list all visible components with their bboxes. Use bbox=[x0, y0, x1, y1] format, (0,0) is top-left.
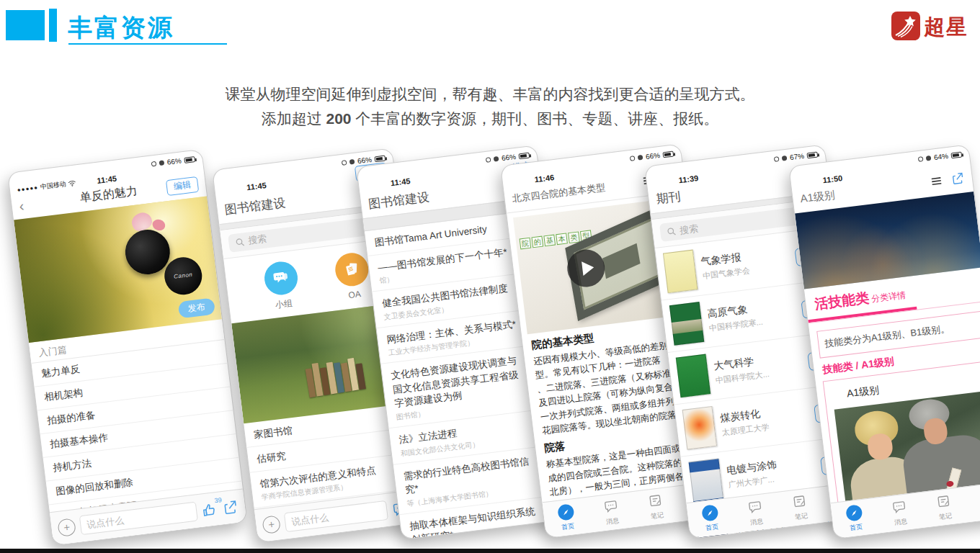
tab-notes[interactable]: 笔记 bbox=[776, 487, 825, 528]
alarm-icon bbox=[349, 159, 355, 165]
journal-cover bbox=[676, 354, 711, 398]
header-accent-bar bbox=[49, 9, 57, 42]
menu-icon[interactable] bbox=[929, 174, 945, 192]
screen-bottom-strip bbox=[0, 549, 980, 553]
group-chat-icon bbox=[262, 259, 299, 296]
shortcut-label: 小组 bbox=[275, 297, 293, 311]
alarm-icon bbox=[494, 156, 499, 162]
course-cover-photo: Canon 发布 bbox=[14, 196, 222, 343]
message-bubble-icon bbox=[602, 498, 619, 515]
chaoxing-logo-icon bbox=[891, 12, 920, 43]
alarm-icon bbox=[926, 156, 932, 161]
phone-slr-course: 66% ●●●●● 中国移动 11:45 ‹ 单反的魅力 编辑 Canon 发布… bbox=[7, 149, 248, 546]
alarm-icon bbox=[159, 160, 165, 166]
shortcut-group[interactable]: 小组 bbox=[262, 259, 301, 312]
chaoxing-logo-text: 超星 bbox=[924, 13, 968, 42]
lede-line-1: 课堂从物理空间延伸到虚拟空间，帮有趣、丰富的内容找到更合适的呈现方式。 bbox=[0, 82, 980, 107]
lede-text: 课堂从物理空间延伸到虚拟空间，帮有趣、丰富的内容找到更合适的呈现方式。 添加超过… bbox=[0, 82, 980, 131]
orientation-lock-icon bbox=[918, 156, 924, 162]
search-placeholder: 搜索 bbox=[247, 233, 267, 248]
home-compass-icon bbox=[701, 504, 719, 522]
alarm-icon bbox=[782, 156, 788, 161]
flower-petal-small bbox=[151, 217, 166, 232]
note-icon bbox=[935, 493, 952, 511]
presentation-slide: 丰富资源 超星 课堂从物理空间延伸到虚拟空间，帮有趣、丰富的内容找到更合适的呈现… bbox=[0, 0, 980, 553]
status-time: 11:46 bbox=[534, 173, 555, 184]
orientation-lock-icon bbox=[151, 161, 157, 167]
plus-button[interactable]: + bbox=[57, 518, 76, 537]
status-time: 11:45 bbox=[246, 181, 267, 192]
tab-home[interactable]: 首页 bbox=[687, 498, 736, 539]
header-accent-square bbox=[6, 10, 45, 40]
nav-title: 图书馆建设 bbox=[223, 194, 286, 218]
shortcut-oa[interactable]: OA bbox=[333, 251, 372, 303]
journal-cover bbox=[682, 406, 718, 450]
tab-messages[interactable]: 消息 bbox=[731, 493, 780, 533]
tab-notes[interactable]: 笔记 bbox=[920, 487, 969, 528]
like-icon[interactable]: 39 bbox=[201, 500, 219, 518]
note-icon bbox=[791, 493, 808, 511]
status-time: 11:50 bbox=[822, 174, 843, 184]
search-placeholder: 搜索 bbox=[679, 222, 699, 237]
comment-input[interactable] bbox=[284, 500, 388, 532]
comment-input[interactable] bbox=[79, 502, 198, 536]
note-icon bbox=[647, 493, 664, 510]
tab-messages[interactable]: 消息 bbox=[587, 492, 636, 532]
share-icon[interactable] bbox=[950, 171, 966, 189]
search-icon bbox=[667, 226, 677, 236]
oa-document-icon bbox=[333, 251, 370, 287]
message-bubble-icon bbox=[891, 498, 907, 516]
like-count: 39 bbox=[214, 496, 222, 504]
home-compass-icon bbox=[557, 503, 575, 521]
share-icon[interactable] bbox=[222, 498, 240, 516]
battery-icon bbox=[518, 152, 530, 159]
chaoxing-logo: 超星 bbox=[891, 12, 968, 43]
plus-button[interactable]: + bbox=[262, 515, 281, 534]
journal-cover bbox=[688, 458, 723, 502]
tab-messages[interactable]: 消息 bbox=[876, 493, 925, 533]
battery-icon bbox=[806, 151, 818, 158]
orientation-lock-icon bbox=[342, 160, 347, 166]
battery-icon bbox=[662, 150, 674, 158]
orientation-lock-icon bbox=[774, 156, 780, 162]
status-time: 11:45 bbox=[390, 176, 411, 187]
search-icon bbox=[235, 237, 245, 247]
camera-lens-cap: Canon bbox=[162, 255, 204, 297]
orientation-lock-icon bbox=[630, 156, 636, 161]
battery-icon bbox=[950, 151, 962, 158]
message-bubble-icon bbox=[747, 498, 763, 516]
tab-notes[interactable]: 笔记 bbox=[632, 487, 681, 527]
book-row bbox=[305, 356, 366, 397]
publish-button[interactable]: 发布 bbox=[178, 297, 215, 318]
battery-icon bbox=[374, 155, 386, 162]
tab-home[interactable]: 首页 bbox=[543, 498, 592, 538]
nav-title: 图书馆建设 bbox=[368, 189, 430, 212]
home-compass-icon bbox=[845, 504, 863, 522]
page-title: 丰富资源 bbox=[68, 12, 174, 45]
battery-icon bbox=[184, 156, 195, 163]
status-time: 11:39 bbox=[678, 174, 699, 184]
alarm-icon bbox=[638, 155, 643, 161]
tab-home[interactable]: 首页 bbox=[831, 498, 880, 539]
nav-title: A1级别 bbox=[800, 188, 836, 206]
shortcut-label: OA bbox=[348, 289, 362, 300]
orientation-lock-icon bbox=[486, 157, 491, 163]
journal-cover bbox=[669, 302, 705, 346]
header-underline bbox=[68, 43, 227, 45]
lede-line-2: 添加超过 200 个丰富的数字资源，期刊、图书、专题、讲座、报纸。 bbox=[0, 107, 980, 131]
journal-cover bbox=[663, 250, 698, 294]
nav-title: 期刊 bbox=[655, 188, 682, 207]
